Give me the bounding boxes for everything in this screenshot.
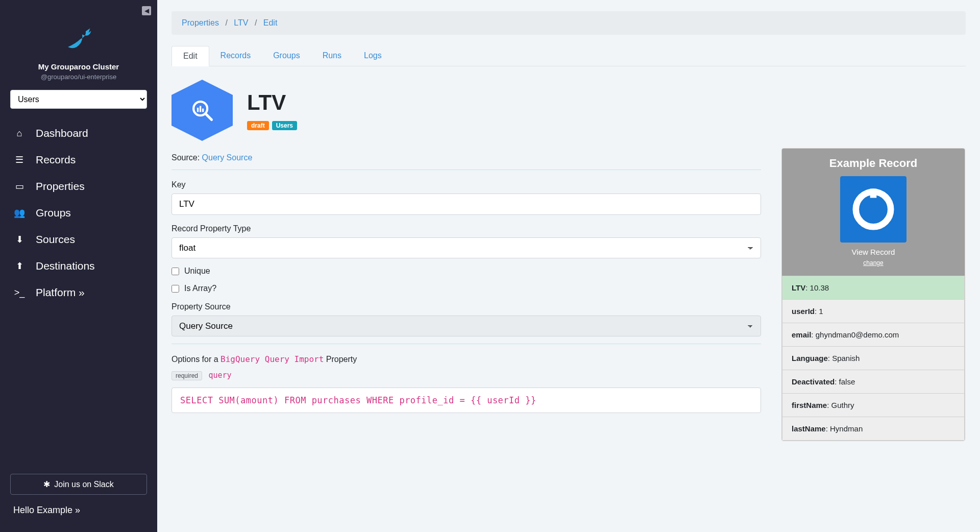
isarray-label: Is Array?: [184, 284, 216, 293]
tab-groups[interactable]: Groups: [262, 46, 311, 66]
svg-rect-4: [202, 109, 204, 112]
nav-dashboard[interactable]: ⌂Dashboard: [0, 120, 157, 147]
nav-properties[interactable]: ▭Properties: [0, 173, 157, 200]
users-icon: 👥: [13, 207, 26, 219]
id-card-icon: ▭: [13, 181, 26, 192]
badge-users: Users: [272, 121, 297, 130]
isarray-checkbox[interactable]: [172, 285, 179, 293]
example-cell: firstName: Guthry: [782, 394, 965, 417]
options-code: BigQuery Query Import: [220, 354, 324, 364]
breadcrumb-edit[interactable]: Edit: [263, 18, 278, 27]
home-icon: ⌂: [13, 128, 26, 139]
type-label: Record Property Type: [172, 224, 761, 233]
example-row: Deactivated: false: [782, 370, 965, 394]
nav-destinations[interactable]: ⬆Destinations: [0, 253, 157, 279]
breadcrumb-sep: /: [225, 18, 227, 27]
example-row: firstName: Guthry: [782, 394, 965, 417]
avatar: [840, 176, 906, 243]
breadcrumb-sep: /: [255, 18, 257, 27]
svg-line-1: [206, 114, 212, 120]
tab-logs[interactable]: Logs: [353, 46, 393, 66]
svg-rect-2: [197, 108, 199, 112]
breadcrumb-properties[interactable]: Properties: [182, 18, 219, 27]
nav-platform[interactable]: >_Platform »: [0, 279, 157, 306]
cluster-name: My Grouparoo Cluster: [0, 62, 157, 71]
propsource-select[interactable]: Query Source: [172, 316, 761, 336]
unique-checkbox[interactable]: [172, 268, 179, 275]
example-row: Language: Spanish: [782, 347, 965, 370]
change-link[interactable]: change: [787, 259, 960, 267]
divider: [172, 344, 761, 344]
view-record-link[interactable]: View Record: [787, 248, 960, 256]
example-row: userId: 1: [782, 300, 965, 323]
example-row: LTV: 10.38: [782, 276, 965, 300]
nav-label: Properties: [36, 180, 85, 192]
example-cell: Deactivated: false: [782, 370, 965, 394]
tabs: Edit Records Groups Runs Logs: [172, 46, 966, 66]
divider: [172, 170, 761, 170]
tab-records[interactable]: Records: [209, 46, 262, 66]
main: Properties / LTV / Edit Edit Records Gro…: [157, 0, 980, 532]
propsource-label: Property Source: [172, 302, 761, 311]
sidebar: ◀ My Grouparoo Cluster @grouparoo/ui-ent…: [0, 0, 157, 532]
key-label: Key: [172, 180, 761, 189]
nav-label: Destinations: [36, 260, 95, 272]
breadcrumb-ltv[interactable]: LTV: [234, 18, 248, 27]
greeting[interactable]: Hello Example »: [0, 505, 157, 526]
form: Source: Query Source Key Record Property…: [172, 146, 761, 413]
example-cell: Language: Spanish: [782, 347, 965, 370]
source-link[interactable]: Query Source: [202, 153, 253, 162]
example-cell: LTV: 10.38: [782, 276, 965, 300]
example-title: Example Record: [787, 157, 960, 170]
file-export-icon: ⬆: [13, 260, 26, 272]
nav-label: Records: [36, 154, 76, 166]
nav-groups[interactable]: 👥Groups: [0, 200, 157, 226]
unique-checkbox-row: Unique: [172, 267, 761, 276]
source-line: Source: Query Source: [172, 153, 761, 162]
nav-list: ⌂Dashboard ☰Records ▭Properties 👥Groups …: [0, 120, 157, 306]
nav-label: Groups: [36, 207, 71, 219]
example-cell: userId: 1: [782, 300, 965, 323]
svg-rect-6: [870, 189, 877, 198]
key-input[interactable]: [172, 194, 761, 215]
example-cell: email: ghyndman0@demo.com: [782, 323, 965, 347]
page-header: LTV draft Users: [172, 80, 966, 141]
example-cell: lastName: Hyndman: [782, 417, 965, 441]
query-label: query: [208, 371, 231, 380]
nav-records[interactable]: ☰Records: [0, 147, 157, 173]
required-tag: required: [172, 371, 202, 380]
query-input[interactable]: SELECT SUM(amount) FROM purchases WHERE …: [172, 388, 761, 413]
svg-rect-3: [200, 106, 201, 112]
slack-button[interactable]: ✱ Join us on Slack: [10, 474, 147, 495]
breadcrumb: Properties / LTV / Edit: [172, 11, 966, 35]
example-head: Example Record View Record change: [782, 149, 965, 276]
slack-label: Join us on Slack: [54, 480, 114, 489]
source-label: Source: [172, 153, 198, 162]
page-title: LTV: [247, 90, 297, 115]
example-record-panel: Example Record View Record change LTV: 1…: [781, 148, 965, 441]
required-row: required query: [172, 364, 761, 380]
bigquery-icon: [172, 80, 233, 141]
options-label: Options for a BigQuery Query Import Prop…: [172, 354, 761, 364]
example-row: email: ghyndman0@demo.com: [782, 323, 965, 347]
file-import-icon: ⬇: [13, 234, 26, 245]
slack-icon: ✱: [43, 479, 50, 489]
unique-label: Unique: [184, 267, 210, 276]
type-select[interactable]: float: [172, 237, 761, 258]
cluster-subtitle: @grouparoo/ui-enterprise: [0, 73, 157, 81]
terminal-icon: >_: [13, 287, 26, 298]
title-block: LTV draft Users: [247, 90, 297, 130]
nav-label: Platform »: [36, 286, 85, 299]
list-icon: ☰: [13, 154, 26, 165]
tab-edit[interactable]: Edit: [172, 46, 209, 66]
nav-label: Sources: [36, 233, 75, 246]
nav-sources[interactable]: ⬇Sources: [0, 226, 157, 253]
logo: [61, 18, 96, 54]
nav-label: Dashboard: [36, 127, 88, 139]
example-row: lastName: Hyndman: [782, 417, 965, 441]
example-table: LTV: 10.38userId: 1email: ghyndman0@demo…: [782, 276, 965, 441]
isarray-checkbox-row: Is Array?: [172, 284, 761, 293]
sidebar-collapse-icon[interactable]: ◀: [142, 6, 151, 15]
tab-runs[interactable]: Runs: [311, 46, 353, 66]
model-select[interactable]: Users: [10, 90, 147, 109]
